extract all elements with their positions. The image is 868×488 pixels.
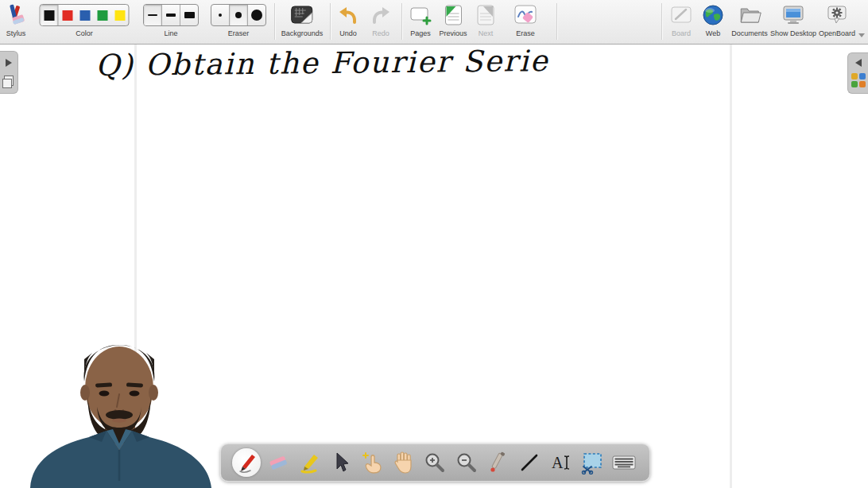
eraser-label: Eraser	[228, 29, 250, 37]
zoom-in-tool-button[interactable]	[420, 448, 449, 477]
expand-right-icon	[6, 59, 12, 67]
library-palette-icon	[851, 73, 866, 87]
capture-tool-button[interactable]	[578, 448, 606, 477]
next-button: Next	[475, 2, 496, 37]
eraser-large-button[interactable]	[248, 5, 265, 25]
pages-palette-icon	[4, 76, 14, 86]
pen-icon	[234, 451, 258, 474]
chevron-down-icon[interactable]	[858, 33, 866, 38]
erase-icon	[513, 2, 537, 28]
show-desktop-icon	[781, 2, 805, 28]
undo-icon	[337, 2, 359, 28]
color-swatch-blue[interactable]	[76, 5, 94, 25]
line-thick-button[interactable]	[180, 5, 198, 25]
pen-tool-button[interactable]	[232, 448, 261, 477]
documents-label: Documents	[731, 29, 768, 37]
web-icon	[702, 2, 724, 28]
openboard-window: Stylus Color	[0, 0, 868, 488]
toolbar-separator	[556, 3, 558, 40]
expand-left-icon	[855, 59, 862, 67]
show-desktop-button[interactable]: Show Desktop	[770, 2, 816, 37]
svg-text:A: A	[552, 454, 564, 471]
redo-icon	[370, 2, 392, 28]
erase-button[interactable]: Erase	[513, 2, 537, 37]
toolbar-separator	[661, 3, 663, 40]
previous-button[interactable]: Previous	[439, 2, 467, 37]
line-medium-button[interactable]	[162, 5, 180, 25]
cursor-arrow-icon	[331, 451, 351, 474]
web-button[interactable]: Web	[702, 2, 724, 37]
keyboard-tool-button[interactable]	[610, 448, 638, 477]
red-swatch	[62, 10, 72, 21]
erase-label: Erase	[516, 29, 535, 37]
capture-icon	[580, 451, 604, 474]
line-tool-button[interactable]	[515, 448, 544, 477]
stylus-button[interactable]: Stylus	[4, 2, 28, 37]
redo-label: Redo	[372, 29, 389, 37]
top-toolbar: Stylus Color	[0, 0, 868, 45]
zoom-out-icon	[455, 451, 478, 474]
line-label: Line	[164, 29, 177, 37]
openboard-menu-button[interactable]: OpenBoard	[819, 2, 855, 37]
backgrounds-button[interactable]: Backgrounds	[281, 2, 324, 37]
undo-label: Undo	[339, 29, 357, 37]
stylus-icon	[4, 2, 28, 28]
webcam-presenter-video	[29, 318, 213, 488]
eraser-small-button[interactable]	[211, 5, 230, 25]
toolbar-separator	[401, 3, 403, 40]
line-icon	[519, 452, 540, 473]
previous-icon	[443, 2, 463, 28]
color-swatch-red[interactable]	[59, 5, 76, 25]
backgrounds-icon	[290, 2, 314, 28]
interact-tool-button[interactable]	[358, 448, 386, 477]
color-label: Color	[76, 29, 93, 37]
eraser-medium-button[interactable]	[230, 5, 248, 25]
right-drawer-tab[interactable]	[847, 52, 868, 94]
blue-swatch	[79, 10, 90, 21]
pointing-hand-icon	[360, 451, 384, 474]
handwritten-annotation: Q) Obtain the Fourier Serie	[95, 44, 549, 83]
openboard-label: OpenBoard	[819, 29, 855, 37]
documents-icon	[738, 2, 761, 28]
black-swatch	[44, 10, 54, 21]
pages-label: Pages	[410, 29, 431, 37]
toolbar-separator	[274, 3, 276, 40]
documents-button[interactable]: Documents	[731, 2, 768, 37]
laser-pointer-icon	[487, 451, 510, 474]
text-icon: A	[549, 451, 573, 474]
left-drawer-tab[interactable]	[0, 51, 18, 94]
yellow-swatch	[114, 10, 125, 21]
eraser-tool-button[interactable]	[264, 448, 293, 477]
keyboard-icon	[611, 453, 637, 472]
color-swatch-green[interactable]	[94, 5, 111, 25]
zoom-in-icon	[424, 451, 446, 474]
laser-pointer-tool-button[interactable]	[484, 448, 513, 477]
backgrounds-label: Backgrounds	[281, 29, 324, 37]
toolbar-separator	[330, 3, 331, 40]
stylus-toolbar: A	[220, 443, 650, 482]
highlighter-tool-button[interactable]	[295, 448, 324, 477]
next-label: Next	[479, 29, 494, 37]
color-swatch-yellow[interactable]	[111, 5, 129, 25]
page-right-edge	[730, 45, 732, 488]
board-label: Board	[672, 29, 691, 37]
previous-label: Previous	[439, 29, 467, 37]
selector-tool-button[interactable]	[327, 448, 355, 477]
openboard-gear-icon	[825, 2, 849, 28]
board-icon	[669, 2, 693, 28]
hand-tool-button[interactable]	[389, 448, 418, 477]
text-tool-button[interactable]: A	[547, 448, 575, 477]
pages-button[interactable]: Pages	[409, 2, 432, 37]
eraser-icon	[266, 451, 290, 474]
redo-button: Redo	[370, 2, 392, 37]
next-icon	[475, 2, 496, 28]
board-button: Board	[669, 2, 693, 37]
line-thin-button[interactable]	[144, 5, 162, 25]
pages-icon	[409, 2, 432, 28]
zoom-out-tool-button[interactable]	[452, 448, 481, 477]
highlighter-icon	[297, 451, 321, 474]
color-swatch-black[interactable]	[41, 5, 59, 25]
undo-button[interactable]: Undo	[337, 2, 359, 37]
color-group: Color	[40, 2, 130, 37]
open-hand-icon	[392, 451, 416, 474]
